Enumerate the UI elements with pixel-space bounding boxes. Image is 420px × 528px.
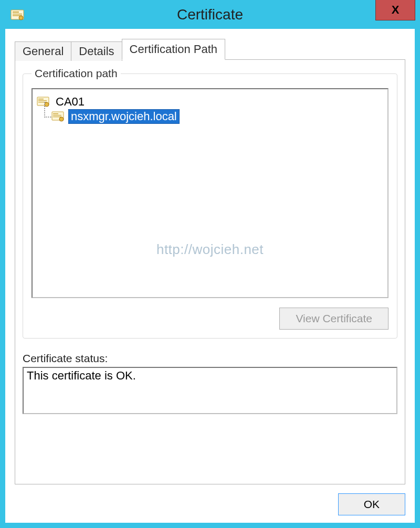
certificate-icon bbox=[51, 111, 64, 122]
svg-point-14 bbox=[59, 117, 64, 121]
certificate-app-icon bbox=[10, 9, 24, 20]
window-title: Certificate bbox=[5, 6, 415, 23]
certificate-status-label: Certificate status: bbox=[23, 352, 397, 365]
tab-general[interactable]: General bbox=[15, 41, 71, 61]
groupbox-legend: Certification path bbox=[32, 67, 121, 80]
certification-path-tree[interactable]: CA01 nsxmgr.wojcieh.local bbox=[32, 88, 388, 298]
tab-label: Details bbox=[79, 45, 114, 58]
svg-rect-2 bbox=[13, 14, 22, 15]
svg-rect-11 bbox=[53, 113, 58, 114]
dialog-footer: OK bbox=[338, 493, 405, 515]
watermark-text: http://wojcieh.net bbox=[33, 241, 387, 258]
tree-item-label: CA01 bbox=[54, 95, 87, 109]
client-area: General Details Certification Path Certi… bbox=[5, 29, 415, 523]
svg-point-4 bbox=[19, 16, 23, 20]
close-button[interactable]: X bbox=[375, 0, 415, 20]
certificate-status-box: This certificate is OK. bbox=[23, 367, 397, 414]
svg-rect-13 bbox=[53, 117, 61, 117]
tab-panel-certification-path: Certification path CA01 bbox=[15, 59, 405, 484]
svg-rect-12 bbox=[53, 115, 61, 115]
view-certificate-row: View Certificate bbox=[32, 308, 388, 330]
svg-rect-1 bbox=[13, 12, 19, 13]
svg-rect-6 bbox=[38, 99, 44, 100]
tree-item-leaf[interactable]: nsxmgr.wojcieh.local bbox=[51, 109, 383, 124]
button-label: View Certificate bbox=[296, 312, 372, 324]
svg-rect-7 bbox=[38, 100, 47, 101]
ok-button[interactable]: OK bbox=[338, 493, 405, 515]
certificate-status-text: This certificate is OK. bbox=[27, 369, 136, 382]
certificate-window: Certificate X General Details Certificat… bbox=[0, 0, 420, 528]
close-icon: X bbox=[392, 3, 400, 17]
tab-label: Certification Path bbox=[130, 43, 218, 56]
tab-label: General bbox=[23, 45, 64, 58]
tree-item-root[interactable]: CA01 bbox=[37, 94, 383, 109]
certification-path-groupbox: Certification path CA01 bbox=[23, 67, 397, 339]
tab-details[interactable]: Details bbox=[71, 41, 122, 61]
tree-item-label: nsxmgr.wojcieh.local bbox=[68, 109, 180, 124]
tab-certification-path[interactable]: Certification Path bbox=[122, 39, 226, 60]
tab-strip: General Details Certification Path bbox=[15, 38, 405, 59]
button-label: OK bbox=[364, 498, 380, 510]
view-certificate-button[interactable]: View Certificate bbox=[279, 308, 388, 330]
titlebar: Certificate X bbox=[5, 0, 415, 29]
